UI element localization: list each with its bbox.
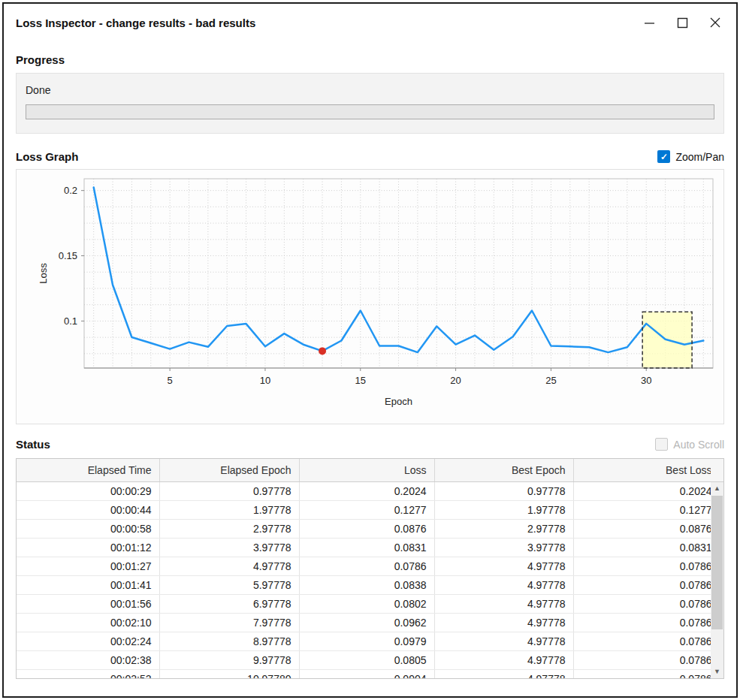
column-header: Best Epoch [434, 459, 573, 481]
table-cell: 00:00:44 [17, 500, 159, 519]
table-cell: 0.0876 [299, 519, 434, 538]
table-cell: 0.97778 [159, 481, 299, 500]
progress-status-label: Done [26, 84, 714, 96]
table-cell: 3.97778 [159, 538, 299, 557]
progress-section-title: Progress [16, 53, 724, 66]
loss-chart[interactable]: 0.10.150.251015202530LossEpoch [16, 169, 724, 424]
status-table-container: Elapsed TimeElapsed EpochLossBest EpochB… [16, 458, 724, 679]
auto-scroll-checkbox [655, 438, 668, 451]
column-header: Best Loss [573, 459, 720, 481]
table-cell: 00:00:58 [17, 519, 159, 538]
progress-groupbox: Done [16, 73, 724, 134]
minimize-icon [644, 17, 655, 29]
table-cell: 00:02:52 [17, 669, 159, 679]
table-scrollbar[interactable]: ▲ ▼ [711, 482, 723, 678]
title-bar: Loss Inspector - change results - bad re… [4, 4, 736, 41]
y-tick-label: 0.2 [64, 185, 77, 196]
column-header: Elapsed Epoch [159, 459, 299, 481]
table-cell: 4.97778 [159, 557, 299, 575]
x-tick-label: 10 [260, 375, 270, 386]
table-cell: 00:01:12 [17, 538, 159, 557]
zoom-pan-control: ✓ Zoom/Pan [657, 150, 724, 163]
maximize-icon [677, 17, 688, 29]
window-controls [637, 11, 727, 34]
minimize-button[interactable] [637, 11, 661, 34]
table-cell: 2.97778 [159, 519, 299, 538]
scrollbar-down-button[interactable]: ▼ [711, 665, 723, 678]
table-cell: 0.0904 [299, 669, 434, 679]
table-cell: 0.0802 [299, 594, 434, 613]
table-cell: 0.0786 [299, 557, 434, 575]
table-row[interactable]: 00:02:389.977780.08054.977780.0786 [17, 650, 720, 669]
table-row[interactable]: 00:00:290.977780.20240.977780.2024 [17, 481, 720, 500]
table-cell: 1.97778 [159, 500, 299, 519]
table-cell: 0.0979 [299, 632, 434, 650]
progress-bar [26, 104, 714, 119]
table-cell: 0.0838 [299, 575, 434, 594]
table-cell: 8.97778 [159, 632, 299, 650]
table-cell: 4.97778 [434, 669, 573, 679]
table-row[interactable]: 00:02:107.977780.09624.977780.0786 [17, 613, 720, 632]
table-cell: 00:02:24 [17, 632, 159, 650]
table-cell: 0.0962 [299, 613, 434, 632]
status-table-body: 00:00:290.977780.20240.977780.202400:00:… [17, 481, 720, 679]
table-cell: 00:01:56 [17, 594, 159, 613]
zoom-pan-label: Zoom/Pan [675, 151, 724, 163]
table-row[interactable]: 00:00:582.977780.08762.977780.0876 [17, 519, 720, 538]
x-tick-label: 15 [355, 375, 366, 386]
y-tick-label: 0.15 [59, 250, 77, 261]
table-cell: 9.97778 [159, 650, 299, 669]
loss-line [94, 188, 704, 353]
table-cell: 0.0786 [573, 594, 720, 613]
table-row[interactable]: 00:01:415.977780.08384.977780.0786 [17, 575, 720, 594]
status-table-header-row: Elapsed TimeElapsed EpochLossBest EpochB… [17, 459, 720, 481]
close-button[interactable] [703, 11, 727, 34]
table-cell: 4.97778 [434, 594, 573, 613]
auto-scroll-control: Auto Scroll [655, 438, 724, 451]
table-cell: 3.97778 [434, 538, 573, 557]
table-cell: 0.2024 [299, 481, 434, 500]
table-cell: 0.0786 [573, 632, 720, 650]
table-cell: 0.0786 [573, 669, 720, 679]
scrollbar-thumb[interactable] [711, 496, 723, 629]
column-header: Loss [299, 459, 434, 481]
x-tick-label: 5 [168, 375, 173, 386]
x-tick-label: 30 [641, 375, 651, 386]
table-cell: 00:00:29 [17, 481, 159, 500]
table-cell: 0.97778 [434, 481, 573, 500]
window-content: Progress Done Loss Graph ✓ Zoom/Pan 0.10… [4, 53, 736, 679]
table-cell: 0.0831 [573, 538, 720, 557]
table-row[interactable]: 00:00:441.977780.12771.977780.1277 [17, 500, 720, 519]
table-cell: 0.0786 [573, 650, 720, 669]
auto-scroll-label: Auto Scroll [673, 439, 724, 451]
loss-graph-header: Loss Graph ✓ Zoom/Pan [16, 150, 724, 163]
window-title: Loss Inspector - change results - bad re… [16, 17, 255, 29]
table-cell: 7.97778 [159, 613, 299, 632]
maximize-button[interactable] [670, 11, 694, 34]
table-cell: 0.0876 [573, 519, 720, 538]
best-loss-marker [319, 347, 326, 355]
table-row[interactable]: 00:01:566.977780.08024.977780.0786 [17, 594, 720, 613]
column-header: Elapsed Time [17, 459, 159, 481]
table-row[interactable]: 00:01:123.977780.08313.977780.0831 [17, 538, 720, 557]
table-cell: 1.97778 [434, 500, 573, 519]
close-icon [709, 17, 721, 29]
zoom-pan-checkbox[interactable]: ✓ [657, 150, 670, 163]
table-cell: 0.0805 [299, 650, 434, 669]
y-axis-label: Loss [38, 263, 49, 284]
table-cell: 0.0831 [299, 538, 434, 557]
table-cell: 4.97778 [434, 557, 573, 575]
table-cell: 0.0786 [573, 613, 720, 632]
scrollbar-up-button[interactable]: ▲ [711, 482, 723, 495]
table-cell: 00:02:38 [17, 650, 159, 669]
table-cell: 0.1277 [573, 500, 720, 519]
table-cell: 6.97778 [159, 594, 299, 613]
table-row[interactable]: 00:02:5210.977800.09044.977780.0786 [17, 669, 720, 679]
table-cell: 00:01:27 [17, 557, 159, 575]
table-row[interactable]: 00:01:274.977780.07864.977780.0786 [17, 557, 720, 575]
table-row[interactable]: 00:02:248.977780.09794.977780.0786 [17, 632, 720, 650]
table-cell: 00:01:41 [17, 575, 159, 594]
table-cell: 00:02:10 [17, 613, 159, 632]
status-section-header: Status Auto Scroll [16, 438, 724, 451]
table-cell: 4.97778 [434, 632, 573, 650]
